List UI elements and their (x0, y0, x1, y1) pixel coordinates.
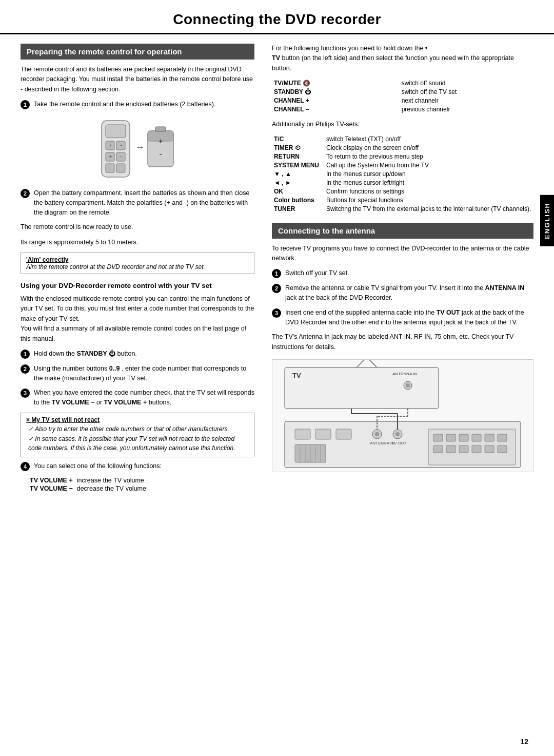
svg-rect-42 (433, 445, 443, 453)
svg-text:TV: TV (292, 372, 301, 379)
philips-label-tc: T/C (272, 135, 324, 144)
func-row-chplus: CHANNEL + next channelr (272, 96, 533, 105)
tv-step-4: 4 You can select one of the following fu… (21, 461, 254, 471)
func-desc-chminus: previous channelr (400, 105, 533, 113)
step-num-2: 2 (21, 189, 30, 198)
philips-label-leftright: ◄ , ► (272, 179, 324, 187)
philips-label-color: Color buttons (272, 196, 324, 205)
philips-label-ok: OK (272, 187, 324, 196)
svg-text:-: - (120, 153, 122, 160)
vol-row-1: TV VOLUME + increase the TV volume (30, 476, 150, 484)
note-list: Also try to enter the other code numbers… (26, 425, 249, 453)
vol-desc-1: increase the TV volume (77, 476, 150, 484)
tv-step-num-1: 1 (21, 350, 30, 359)
philips-row-color: Color buttons Buttons for special functi… (272, 196, 533, 205)
svg-text:→: → (135, 141, 145, 152)
section-intro-text: The remote control and its batteries are… (21, 65, 254, 94)
left-column: Preparing the remote control for operati… (21, 44, 267, 496)
hold-down-intro: For the following functions you need to … (272, 44, 533, 73)
ready-text-2: Its range is approximately 5 to 10 meter… (21, 238, 254, 247)
svg-rect-1 (106, 125, 126, 138)
svg-rect-17 (155, 127, 166, 131)
tv-step-num-2: 2 (21, 364, 30, 374)
svg-rect-36 (433, 434, 443, 441)
philips-desc-return: To return to the previous menu step (324, 152, 533, 161)
section-heading-preparing: Preparing the remote control for operati… (21, 44, 254, 60)
philips-label-return: RETURN (272, 152, 324, 161)
tv-step-4-text: You can select one of the following func… (34, 461, 254, 471)
svg-line-24 (357, 360, 367, 367)
note-item-2: In some cases, it is possible that your … (28, 435, 249, 453)
func-label-chminus: CHANNEL − (272, 105, 400, 113)
svg-text:+: + (108, 142, 112, 149)
tv-step-1: 1 Hold down the STANDBY ⏻ button. (21, 349, 254, 359)
philips-desc-tuner: Switchng the TV from the external jacks … (324, 205, 533, 214)
step-1-batteries: 1 Take the remote control and the enclos… (21, 100, 254, 109)
tv-step-num-4: 4 (21, 462, 30, 471)
tv-step-3-text: When you have entered the code number ch… (34, 388, 254, 408)
philips-row-updown: ▼ , ▲ In the menus cursor up/down (272, 170, 533, 179)
page-number: 12 (520, 738, 528, 746)
antenna-note: The TV's Antenna In jack may be labeled … (272, 332, 533, 352)
func-desc-chplus: next channelr (400, 96, 533, 105)
philips-intro: Additionally on Philips TV-sets: (272, 120, 533, 129)
note-box-tv-react: My TV set will not react Also try to ent… (21, 413, 254, 457)
remote-battery-illustration: + - + - → + - (96, 115, 179, 182)
ready-text-1: The remote control is now ready to use. (21, 222, 254, 232)
remote-svg: + - + - → + - (96, 115, 179, 182)
svg-rect-26 (295, 429, 310, 439)
page-header: Connecting the DVD recorder (0, 0, 554, 34)
svg-point-52 (395, 432, 400, 436)
philips-desc-systemmenu: Call up the System Menu from the TV (324, 161, 533, 170)
vol-desc-2: decrease the TV volume (77, 484, 150, 493)
antenna-step-3-text: Insert one end of the supplied antenna c… (285, 308, 533, 327)
philips-row-tc: T/C switch Teletext (TXT) on/off (272, 135, 533, 144)
philips-label-systemmenu: SYSTEM MENU (272, 161, 324, 170)
antenna-intro: To receive TV programs you have to conne… (272, 244, 533, 264)
antenna-step-num-1: 1 (272, 269, 281, 278)
func-label-tvmute: TV/MUTE 🔇 (272, 79, 400, 87)
philips-row-leftright: ◄ , ► In the menus cursor left/right (272, 179, 533, 187)
antenna-step-3: 3 Insert one end of the supplied antenna… (272, 308, 533, 327)
svg-text:ANTENNA IN: ANTENNA IN (370, 441, 394, 445)
svg-point-49 (375, 432, 379, 436)
func-label-chplus: CHANNEL + (272, 96, 400, 105)
philips-label-timer: TIMER ⏲ (272, 144, 324, 152)
antenna-diagram-svg: TV ANTENNA IN (272, 360, 533, 473)
svg-rect-39 (472, 434, 481, 441)
section-tv-remote: Using your DVD-Recorder remote control w… (21, 281, 254, 493)
philips-desc-leftright: In the menus cursor left/right (324, 179, 533, 187)
svg-rect-27 (315, 429, 331, 439)
philips-label-updown: ▼ , ▲ (272, 170, 324, 179)
antenna-step-2: 2 Remove the antenna or cable TV signal … (272, 283, 533, 303)
svg-text:TV OUT: TV OUT (391, 441, 406, 445)
svg-rect-41 (498, 434, 507, 441)
svg-rect-37 (446, 434, 456, 441)
svg-rect-47 (498, 445, 507, 453)
func-label-standby: STANDBY ⏻ (272, 87, 400, 96)
svg-text:ANTENNA IN: ANTENNA IN (392, 372, 417, 376)
svg-point-22 (406, 383, 410, 387)
func-row-standby: STANDBY ⏻ switch off the TV set (272, 87, 533, 96)
svg-rect-44 (459, 445, 468, 453)
antenna-step-1-text: Switch off your TV set. (285, 268, 533, 278)
antenna-step-num-3: 3 (272, 308, 281, 318)
note-title: My TV set will not react (26, 416, 249, 423)
tv-step-num-3: 3 (21, 389, 30, 398)
tv-functions-table: TV/MUTE 🔇 switch off sound STANDBY ⏻ swi… (272, 79, 533, 113)
vol-label-2: TV VOLUME − (30, 484, 77, 493)
philips-row-tuner: TUNER Switchng the TV from the external … (272, 205, 533, 214)
volume-functions-table: TV VOLUME + increase the TV volume TV VO… (30, 476, 150, 493)
svg-text:+: + (108, 153, 112, 160)
aim-title: 'Aim' correctly (26, 256, 249, 263)
tv-step-1-text: Hold down the STANDBY ⏻ button. (34, 349, 254, 359)
svg-rect-38 (459, 434, 468, 441)
section-preparing-remote: Preparing the remote control for operati… (21, 44, 254, 274)
language-tab: ENGLISH (540, 195, 554, 246)
svg-rect-40 (485, 434, 494, 441)
func-desc-tvmute: switch off sound (400, 79, 533, 87)
philips-row-timer: TIMER ⏲ Clock display on the screen on/o… (272, 144, 533, 152)
vol-row-2: TV VOLUME − decrease the TV volume (30, 484, 150, 493)
philips-desc-ok: Confirm functions or settings (324, 187, 533, 196)
svg-rect-6 (106, 164, 114, 172)
